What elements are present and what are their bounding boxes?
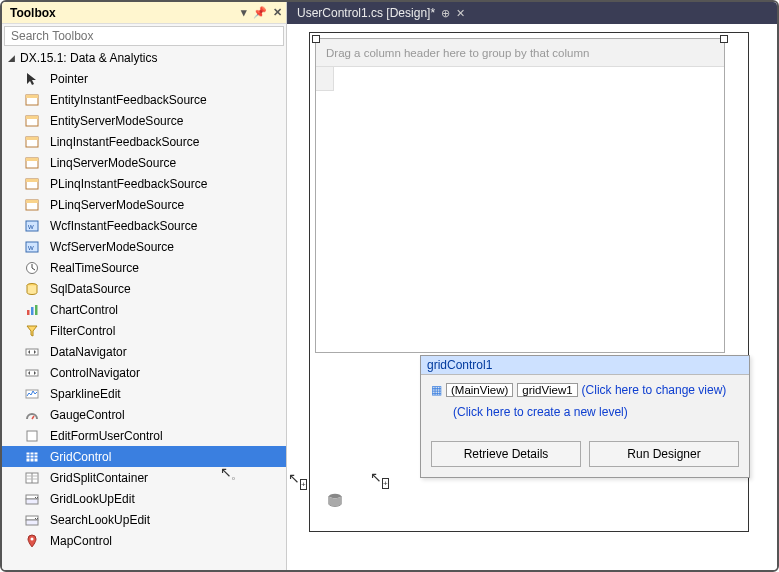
toolbox-item-entityservermodesource[interactable]: EntityServerModeSource [2, 110, 286, 131]
svg-rect-5 [26, 137, 38, 140]
svg-rect-18 [27, 310, 30, 315]
svg-point-31 [31, 537, 34, 540]
gridview-tag[interactable]: gridView1 [517, 383, 577, 397]
document-tab[interactable]: UserControl1.cs [Design]* ⊕ ✕ [287, 2, 471, 24]
toolbox-item-label: SparklineEdit [50, 387, 121, 401]
toolbox-item-label: WcfInstantFeedbackSource [50, 219, 197, 233]
toolbox-category[interactable]: ◢ DX.15.1: Data & Analytics [2, 48, 286, 68]
toolbox-search[interactable] [4, 26, 284, 46]
toolbox-item-list: PointerEntityInstantFeedbackSourceEntity… [2, 68, 286, 570]
toolbox-item-chartcontrol[interactable]: ChartControl [2, 299, 286, 320]
toolbox-item-pointer[interactable]: Pointer [2, 68, 286, 89]
toolbox-item-plinqservermodesource[interactable]: PLinqServerModeSource [2, 194, 286, 215]
row-indicator [316, 67, 334, 91]
toolbox-item-label: PLinqServerModeSource [50, 198, 184, 212]
toolbox-item-label: GaugeControl [50, 408, 125, 422]
nav-icon [24, 344, 40, 360]
toolbox-item-realtimesource[interactable]: RealTimeSource [2, 257, 286, 278]
chart-icon [24, 302, 40, 318]
create-level-link[interactable]: (Click here to create a new level) [453, 405, 628, 419]
toolbox-item-gridcontrol[interactable]: GridControl [2, 446, 286, 467]
toolbox-item-mapcontrol[interactable]: MapControl [2, 530, 286, 551]
svg-text:W: W [28, 245, 34, 251]
database-icon[interactable] [328, 493, 342, 507]
toolbox-item-label: PLinqInstantFeedbackSource [50, 177, 207, 191]
run-designer-button[interactable]: Run Designer [589, 441, 739, 467]
toolbox-item-label: EntityServerModeSource [50, 114, 183, 128]
rt-icon [24, 260, 40, 276]
svg-rect-3 [26, 116, 38, 119]
split-icon [24, 470, 40, 486]
toolbox-item-sqldatasource[interactable]: SqlDataSource [2, 278, 286, 299]
svg-rect-24 [27, 431, 37, 441]
cursor-icon: ↖+ [370, 469, 389, 488]
toolbox-item-gridlookupedit[interactable]: GridLookUpEdit [2, 488, 286, 509]
grid-icon [24, 449, 40, 465]
toolbox-item-label: MapControl [50, 534, 112, 548]
toolbox-item-label: GridLookUpEdit [50, 492, 135, 506]
toolbox-item-searchlookupedit[interactable]: SearchLookUpEdit [2, 509, 286, 530]
grid-control[interactable]: Drag a column header here to group by th… [315, 38, 725, 353]
toolbox-item-wcfservermodesource[interactable]: WWcfServerModeSource [2, 236, 286, 257]
design-area: UserControl1.cs [Design]* ⊕ ✕ Drag a col… [287, 2, 777, 570]
toolbox-item-gridsplitcontainer[interactable]: GridSplitContainer [2, 467, 286, 488]
toolbox-item-gaugecontrol[interactable]: GaugeControl [2, 404, 286, 425]
toolbox-item-editformusercontrol[interactable]: EditFormUserControl [2, 425, 286, 446]
form-icon [24, 428, 40, 444]
change-view-link[interactable]: (Click here to change view) [582, 383, 727, 397]
toolbox-item-label: ControlNavigator [50, 366, 140, 380]
sql-icon [24, 281, 40, 297]
toolbox-item-datanavigator[interactable]: DataNavigator [2, 341, 286, 362]
svg-rect-20 [35, 305, 38, 315]
svg-rect-9 [26, 179, 38, 182]
toolbox-pin-icon[interactable]: 📌 [253, 6, 267, 19]
lookup-icon [24, 512, 40, 528]
toolbox-item-sparklineedit[interactable]: SparklineEdit [2, 383, 286, 404]
filter-icon [24, 323, 40, 339]
ds-icon [24, 92, 40, 108]
group-panel-text: Drag a column header here to group by th… [326, 47, 589, 59]
toolbox-item-wcfinstantfeedbacksource[interactable]: WWcfInstantFeedbackSource [2, 215, 286, 236]
toolbox-item-label: EditFormUserControl [50, 429, 163, 443]
svg-rect-25 [26, 452, 38, 462]
toolbox-item-label: SqlDataSource [50, 282, 131, 296]
ds-icon [24, 134, 40, 150]
lookup-icon [24, 491, 40, 507]
toolbox-item-controlnavigator[interactable]: ControlNavigator [2, 362, 286, 383]
search-input[interactable] [5, 27, 283, 45]
toolbox-item-linqinstantfeedbacksource[interactable]: LinqInstantFeedbackSource [2, 131, 286, 152]
svg-rect-7 [26, 158, 38, 161]
toolbox-item-label: Pointer [50, 72, 88, 86]
gauge-icon [24, 407, 40, 423]
tab-pin-icon[interactable]: ⊕ [441, 7, 450, 20]
retrieve-details-button[interactable]: Retrieve Details [431, 441, 581, 467]
svg-rect-21 [26, 349, 38, 355]
toolbox-item-label: EntityInstantFeedbackSource [50, 93, 207, 107]
toolbox-item-entityinstantfeedbacksource[interactable]: EntityInstantFeedbackSource [2, 89, 286, 110]
toolbox-item-filtercontrol[interactable]: FilterControl [2, 320, 286, 341]
wcf-icon: W [24, 218, 40, 234]
toolbox-panel: Toolbox ▾ 📌 ✕ ◢ DX.15.1: Data & Analytic… [2, 2, 287, 570]
collapse-arrow-icon: ◢ [8, 53, 20, 63]
toolbox-item-plinqinstantfeedbacksource[interactable]: PLinqInstantFeedbackSource [2, 173, 286, 194]
pointer-icon [24, 71, 40, 87]
wcf-icon: W [24, 239, 40, 255]
toolbox-close-icon[interactable]: ✕ [273, 6, 282, 19]
svg-rect-19 [31, 307, 34, 315]
tab-label: UserControl1.cs [Design]* [297, 6, 435, 20]
svg-point-32 [329, 494, 341, 498]
svg-rect-11 [26, 200, 38, 203]
ds-icon [24, 197, 40, 213]
toolbox-dropdown-icon[interactable]: ▾ [241, 6, 247, 19]
mainview-tag[interactable]: (MainView) [446, 383, 513, 397]
toolbox-item-label: LinqInstantFeedbackSource [50, 135, 199, 149]
toolbox-item-linqservermodesource[interactable]: LinqServerModeSource [2, 152, 286, 173]
svg-rect-22 [26, 370, 38, 376]
view-row: ▦ (MainView) gridView1 (Click here to ch… [431, 383, 739, 397]
group-panel[interactable]: Drag a column header here to group by th… [316, 39, 724, 67]
popup-title: gridControl1 [421, 356, 749, 375]
category-label: DX.15.1: Data & Analytics [20, 51, 157, 65]
design-canvas[interactable]: Drag a column header here to group by th… [309, 32, 749, 532]
toolbox-header: Toolbox ▾ 📌 ✕ [2, 2, 286, 24]
tab-close-icon[interactable]: ✕ [456, 7, 465, 20]
